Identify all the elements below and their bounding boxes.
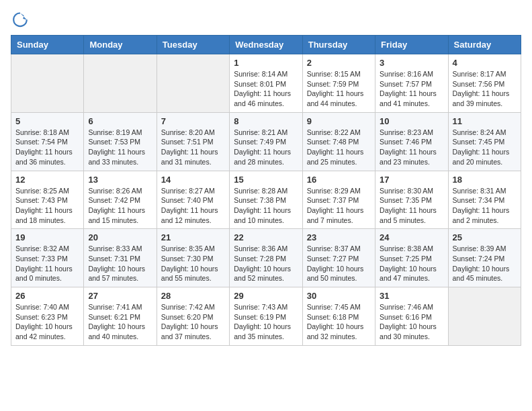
calendar-cell: 6Sunrise: 8:19 AM Sunset: 7:53 PM Daylig…	[84, 112, 157, 171]
day-number: 21	[161, 232, 225, 242]
day-number: 4	[453, 58, 517, 68]
calendar-header-row: SundayMondayTuesdayWednesdayThursdayFrid…	[11, 36, 521, 54]
calendar-cell: 29Sunrise: 7:43 AM Sunset: 6:19 PM Dayli…	[230, 287, 302, 346]
calendar-cell: 3Sunrise: 8:16 AM Sunset: 7:57 PM Daylig…	[375, 54, 448, 113]
calendar-cell: 23Sunrise: 8:37 AM Sunset: 7:27 PM Dayli…	[302, 229, 375, 287]
day-number: 12	[15, 175, 79, 185]
day-info: Sunrise: 8:36 AM Sunset: 7:28 PM Dayligh…	[234, 244, 298, 283]
calendar-cell: 7Sunrise: 8:20 AM Sunset: 7:51 PM Daylig…	[157, 112, 229, 171]
calendar-week-row: 12Sunrise: 8:25 AM Sunset: 7:43 PM Dayli…	[11, 171, 521, 229]
day-info: Sunrise: 8:19 AM Sunset: 7:53 PM Dayligh…	[88, 128, 152, 167]
calendar-week-row: 1Sunrise: 8:14 AM Sunset: 8:01 PM Daylig…	[11, 54, 521, 113]
calendar-week-row: 5Sunrise: 8:18 AM Sunset: 7:54 PM Daylig…	[11, 112, 521, 171]
weekday-header-tuesday: Tuesday	[157, 36, 229, 54]
day-number: 13	[88, 175, 152, 185]
day-info: Sunrise: 8:39 AM Sunset: 7:24 PM Dayligh…	[453, 244, 517, 283]
calendar-cell: 11Sunrise: 8:24 AM Sunset: 7:45 PM Dayli…	[448, 112, 521, 171]
day-number: 3	[380, 58, 443, 68]
day-number: 22	[234, 232, 298, 242]
day-number: 31	[380, 291, 443, 301]
calendar-cell: 14Sunrise: 8:27 AM Sunset: 7:40 PM Dayli…	[157, 171, 229, 229]
calendar-cell: 15Sunrise: 8:28 AM Sunset: 7:38 PM Dayli…	[230, 171, 302, 229]
day-number: 24	[380, 232, 443, 242]
calendar-cell: 5Sunrise: 8:18 AM Sunset: 7:54 PM Daylig…	[11, 112, 84, 171]
calendar-cell: 21Sunrise: 8:35 AM Sunset: 7:30 PM Dayli…	[157, 229, 229, 287]
day-number: 30	[307, 291, 371, 301]
day-number: 23	[307, 232, 371, 242]
calendar-cell: 28Sunrise: 7:42 AM Sunset: 6:20 PM Dayli…	[157, 287, 229, 346]
weekday-header-thursday: Thursday	[302, 36, 375, 54]
day-info: Sunrise: 8:30 AM Sunset: 7:35 PM Dayligh…	[380, 186, 443, 226]
day-info: Sunrise: 7:40 AM Sunset: 6:23 PM Dayligh…	[15, 302, 79, 342]
calendar-cell: 13Sunrise: 8:26 AM Sunset: 7:42 PM Dayli…	[84, 171, 157, 229]
calendar-cell: 12Sunrise: 8:25 AM Sunset: 7:43 PM Dayli…	[11, 171, 84, 229]
day-info: Sunrise: 8:29 AM Sunset: 7:37 PM Dayligh…	[307, 186, 371, 226]
weekday-header-saturday: Saturday	[448, 36, 521, 54]
calendar-week-row: 19Sunrise: 8:32 AM Sunset: 7:33 PM Dayli…	[11, 229, 521, 287]
calendar-cell: 17Sunrise: 8:30 AM Sunset: 7:35 PM Dayli…	[375, 171, 448, 229]
day-number: 15	[234, 175, 298, 185]
day-info: Sunrise: 8:27 AM Sunset: 7:40 PM Dayligh…	[161, 186, 225, 226]
day-number: 5	[15, 116, 79, 126]
calendar-cell: 20Sunrise: 8:33 AM Sunset: 7:31 PM Dayli…	[84, 229, 157, 287]
day-number: 17	[380, 175, 443, 185]
day-number: 9	[307, 116, 371, 126]
calendar-cell: 2Sunrise: 8:15 AM Sunset: 7:59 PM Daylig…	[302, 54, 375, 113]
calendar-cell: 19Sunrise: 8:32 AM Sunset: 7:33 PM Dayli…	[11, 229, 84, 287]
calendar-cell: 16Sunrise: 8:29 AM Sunset: 7:37 PM Dayli…	[302, 171, 375, 229]
day-info: Sunrise: 8:22 AM Sunset: 7:48 PM Dayligh…	[307, 128, 371, 167]
day-info: Sunrise: 8:26 AM Sunset: 7:42 PM Dayligh…	[88, 186, 152, 226]
day-number: 7	[161, 116, 225, 126]
day-info: Sunrise: 7:45 AM Sunset: 6:18 PM Dayligh…	[307, 302, 371, 342]
day-info: Sunrise: 8:15 AM Sunset: 7:59 PM Dayligh…	[307, 69, 371, 109]
day-number: 6	[88, 116, 152, 126]
calendar-cell: 9Sunrise: 8:22 AM Sunset: 7:48 PM Daylig…	[302, 112, 375, 171]
day-number: 26	[15, 291, 79, 301]
day-number: 29	[234, 291, 298, 301]
day-number: 25	[453, 232, 517, 242]
calendar-cell	[157, 54, 229, 113]
calendar-cell: 8Sunrise: 8:21 AM Sunset: 7:49 PM Daylig…	[230, 112, 302, 171]
day-info: Sunrise: 8:21 AM Sunset: 7:49 PM Dayligh…	[234, 128, 298, 167]
calendar-cell: 25Sunrise: 8:39 AM Sunset: 7:24 PM Dayli…	[448, 229, 521, 287]
day-info: Sunrise: 8:16 AM Sunset: 7:57 PM Dayligh…	[380, 69, 443, 109]
day-info: Sunrise: 8:24 AM Sunset: 7:45 PM Dayligh…	[453, 128, 517, 167]
day-number: 14	[161, 175, 225, 185]
day-info: Sunrise: 8:28 AM Sunset: 7:38 PM Dayligh…	[234, 186, 298, 226]
day-number: 10	[380, 116, 443, 126]
calendar-cell	[11, 54, 84, 113]
weekday-header-friday: Friday	[375, 36, 448, 54]
day-number: 11	[453, 116, 517, 126]
weekday-header-sunday: Sunday	[11, 36, 84, 54]
day-info: Sunrise: 7:46 AM Sunset: 6:16 PM Dayligh…	[380, 302, 443, 342]
calendar-cell	[84, 54, 157, 113]
day-info: Sunrise: 8:37 AM Sunset: 7:27 PM Dayligh…	[307, 244, 371, 283]
calendar-table: SundayMondayTuesdayWednesdayThursdayFrid…	[11, 35, 521, 346]
day-info: Sunrise: 8:35 AM Sunset: 7:30 PM Dayligh…	[161, 244, 225, 283]
day-number: 8	[234, 116, 298, 126]
day-info: Sunrise: 8:14 AM Sunset: 8:01 PM Dayligh…	[234, 69, 298, 109]
calendar-cell: 10Sunrise: 8:23 AM Sunset: 7:46 PM Dayli…	[375, 112, 448, 171]
weekday-header-monday: Monday	[84, 36, 157, 54]
calendar-cell	[448, 287, 521, 346]
logo-icon	[11, 11, 30, 30]
day-info: Sunrise: 8:23 AM Sunset: 7:46 PM Dayligh…	[380, 128, 443, 167]
day-number: 27	[88, 291, 152, 301]
calendar-cell: 22Sunrise: 8:36 AM Sunset: 7:28 PM Dayli…	[230, 229, 302, 287]
calendar-cell: 4Sunrise: 8:17 AM Sunset: 7:56 PM Daylig…	[448, 54, 521, 113]
page-header	[11, 11, 521, 30]
day-info: Sunrise: 8:31 AM Sunset: 7:34 PM Dayligh…	[453, 186, 517, 226]
day-number: 20	[88, 232, 152, 242]
day-number: 28	[161, 291, 225, 301]
day-info: Sunrise: 7:42 AM Sunset: 6:20 PM Dayligh…	[161, 302, 225, 342]
day-info: Sunrise: 8:20 AM Sunset: 7:51 PM Dayligh…	[161, 128, 225, 167]
day-info: Sunrise: 8:33 AM Sunset: 7:31 PM Dayligh…	[88, 244, 152, 283]
day-info: Sunrise: 8:25 AM Sunset: 7:43 PM Dayligh…	[15, 186, 79, 226]
day-info: Sunrise: 8:32 AM Sunset: 7:33 PM Dayligh…	[15, 244, 79, 283]
calendar-cell: 30Sunrise: 7:45 AM Sunset: 6:18 PM Dayli…	[302, 287, 375, 346]
calendar-week-row: 26Sunrise: 7:40 AM Sunset: 6:23 PM Dayli…	[11, 287, 521, 346]
calendar-cell: 18Sunrise: 8:31 AM Sunset: 7:34 PM Dayli…	[448, 171, 521, 229]
day-number: 16	[307, 175, 371, 185]
logo	[11, 11, 32, 30]
day-info: Sunrise: 8:38 AM Sunset: 7:25 PM Dayligh…	[380, 244, 443, 283]
